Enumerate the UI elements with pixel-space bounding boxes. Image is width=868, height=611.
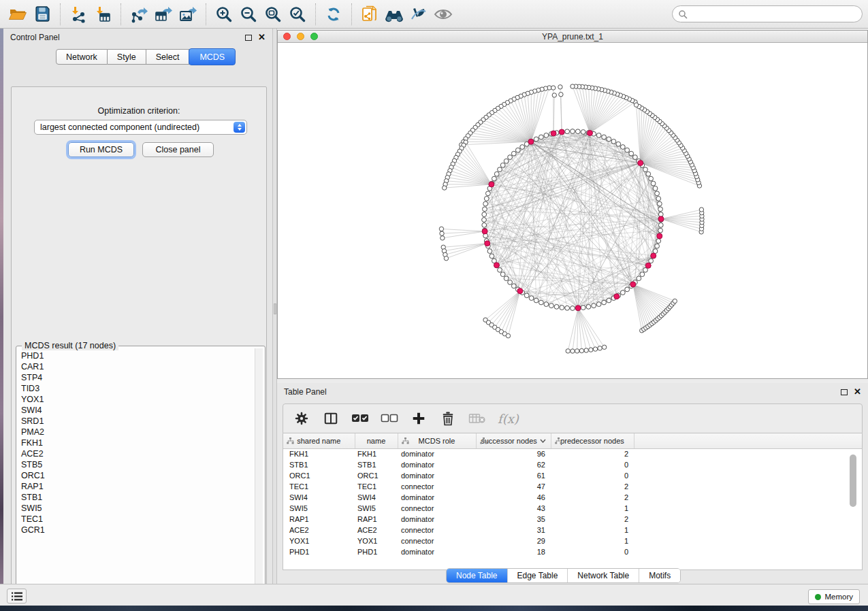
graph-node[interactable] (653, 186, 658, 191)
table-row[interactable]: RAP1RAP1dominator352 (283, 514, 862, 525)
graph-node[interactable] (500, 272, 505, 277)
table-row[interactable]: FKH1FKH1dominator962 (283, 448, 862, 459)
graph-node[interactable] (511, 151, 516, 156)
refresh-button[interactable] (321, 3, 346, 26)
graph-node[interactable] (492, 176, 496, 181)
graph-node[interactable] (551, 86, 556, 90)
tab-edge-table[interactable]: Edge Table (508, 569, 568, 582)
graph-node[interactable] (634, 103, 638, 107)
graph-node[interactable] (483, 207, 487, 212)
list-item[interactable]: FKH1 (21, 437, 254, 448)
show-graphics-details-button[interactable] (431, 3, 455, 26)
graph-node[interactable] (549, 303, 553, 308)
graph-node[interactable] (602, 135, 607, 139)
graph-node[interactable] (570, 349, 575, 353)
graph-node[interactable] (487, 249, 492, 254)
deselect-all-columns-button[interactable] (381, 410, 398, 427)
graph-node[interactable] (508, 155, 513, 160)
search-input[interactable] (688, 10, 856, 19)
graph-node[interactable] (482, 212, 487, 217)
list-item[interactable]: STB1 (21, 492, 254, 503)
table-row[interactable]: STB1STB1dominator620 (283, 459, 862, 470)
vizmapper-button[interactable] (406, 3, 431, 26)
float-panel-icon[interactable] (245, 35, 252, 41)
graph-node[interactable] (655, 244, 660, 248)
table-row[interactable]: ACE2ACE2connector311 (283, 525, 862, 535)
graph-node[interactable] (640, 272, 645, 277)
list-item[interactable]: TEC1 (21, 514, 254, 525)
delete-column-button[interactable] (439, 410, 457, 427)
graph-mcds-node[interactable] (657, 233, 662, 239)
graph-node[interactable] (616, 142, 621, 146)
list-item[interactable]: PMA2 (21, 427, 254, 437)
close-panel-button[interactable]: Close panel (142, 142, 214, 157)
list-item[interactable]: STP4 (21, 372, 254, 383)
float-panel-icon[interactable] (841, 389, 848, 395)
graph-mcds-node[interactable] (482, 229, 487, 234)
graph-node[interactable] (649, 176, 654, 181)
graph-node[interactable] (566, 349, 570, 353)
list-item[interactable]: RAP1 (21, 481, 254, 492)
graph-mcds-node[interactable] (551, 131, 556, 136)
graph-node[interactable] (440, 236, 445, 240)
list-item[interactable]: CAR1 (21, 361, 254, 372)
graph-node[interactable] (673, 299, 677, 303)
graph-node[interactable] (489, 254, 494, 259)
column-header-successor-nodes[interactable]: successor nodes (476, 433, 551, 448)
select-all-columns-button[interactable] (351, 410, 369, 427)
graph-mcds-node[interactable] (575, 306, 581, 311)
graph-node[interactable] (498, 267, 502, 272)
graph-node[interactable] (575, 129, 580, 134)
memory-button[interactable]: Memory (808, 589, 860, 604)
graph-mcds-node[interactable] (658, 216, 664, 222)
graph-node[interactable] (544, 133, 549, 137)
graph-mcds-node[interactable] (489, 182, 494, 187)
graph-mcds-node[interactable] (528, 139, 534, 144)
graph-node[interactable] (656, 239, 661, 244)
graph-mcds-node[interactable] (651, 253, 656, 259)
graph-node[interactable] (596, 133, 601, 137)
graph-node[interactable] (625, 148, 630, 152)
table-row[interactable]: TEC1TEC1connector472 (283, 481, 862, 492)
tab-network[interactable]: Network (56, 49, 108, 65)
graph-node[interactable] (515, 148, 520, 152)
list-item[interactable]: YOX1 (21, 394, 254, 405)
tab-node-table[interactable]: Node Table (447, 569, 508, 582)
run-mcds-button[interactable]: Run MCDS (68, 142, 134, 157)
graph-mcds-node[interactable] (485, 241, 490, 246)
graph-node[interactable] (554, 304, 559, 309)
graph-node[interactable] (643, 267, 648, 272)
graph-node[interactable] (596, 302, 601, 307)
graph-node[interactable] (494, 171, 499, 176)
graph-node[interactable] (637, 276, 641, 281)
graph-node[interactable] (508, 280, 513, 285)
list-item[interactable]: ORC1 (21, 470, 254, 481)
import-network-button[interactable] (66, 3, 91, 26)
graph-node[interactable] (646, 171, 651, 176)
graph-node[interactable] (570, 129, 575, 134)
graph-node[interactable] (581, 130, 585, 135)
window-close-traffic-light[interactable] (283, 33, 291, 40)
graph-node[interactable] (602, 300, 607, 305)
add-column-button[interactable] (410, 410, 428, 427)
graph-node[interactable] (607, 298, 611, 303)
graph-node[interactable] (620, 291, 625, 295)
list-item[interactable]: ACE2 (21, 448, 254, 459)
graph-node[interactable] (570, 84, 575, 88)
column-header-predecessor-nodes[interactable]: predecessor nodes (551, 433, 634, 448)
graph-node[interactable] (579, 348, 583, 352)
column-header-name[interactable]: name (355, 433, 398, 448)
graph-node[interactable] (482, 218, 487, 222)
graph-node[interactable] (633, 155, 638, 160)
graph-node[interactable] (656, 196, 661, 201)
graph-node[interactable] (699, 208, 703, 212)
graph-node[interactable] (444, 257, 448, 261)
graph-node[interactable] (560, 306, 564, 310)
graph-node[interactable] (506, 333, 510, 337)
graph-node[interactable] (511, 284, 516, 288)
graph-node[interactable] (651, 181, 656, 186)
import-table-button[interactable] (91, 3, 115, 26)
graph-node[interactable] (565, 129, 570, 134)
graph-node[interactable] (649, 259, 654, 263)
open-file-button[interactable] (5, 3, 30, 26)
